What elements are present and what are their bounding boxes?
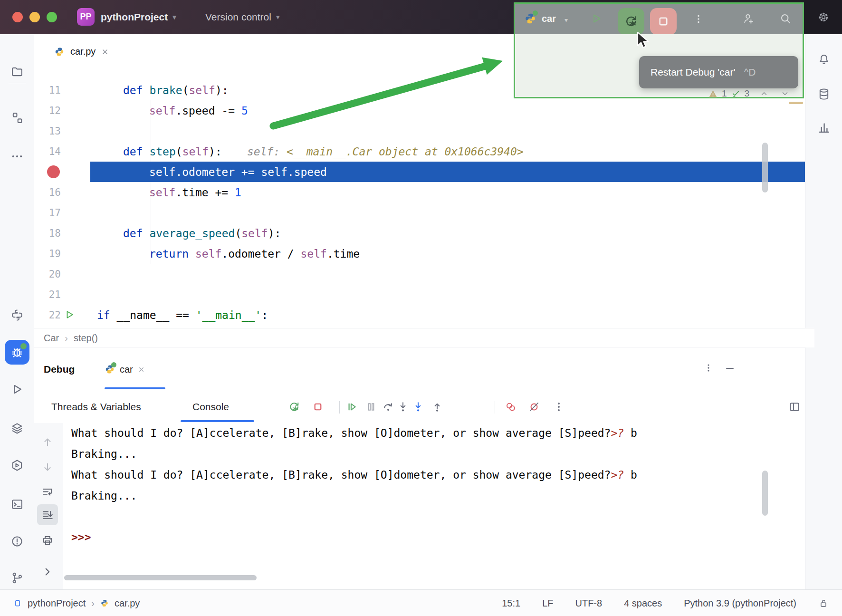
arrow-up-icon[interactable] (33, 432, 62, 452)
services-tool-icon[interactable] (0, 416, 34, 441)
close-icon[interactable] (138, 366, 145, 373)
statusbar-item[interactable]: 4 spaces (624, 598, 662, 609)
chevron-right-icon[interactable] (33, 561, 62, 582)
toolbar-separator (495, 401, 495, 414)
soft-wrap-icon[interactable] (33, 481, 62, 502)
run-line-icon[interactable] (64, 309, 75, 320)
chevron-down-icon[interactable]: ▾ (565, 16, 568, 24)
code-line-16[interactable]: 16self.time += 1 (34, 182, 805, 202)
code-line-15[interactable]: self.odometer += self.speed (34, 162, 805, 182)
statusbar-item[interactable]: UTF-8 (575, 598, 602, 609)
problems-tool-icon[interactable] (0, 529, 34, 554)
check-icon (731, 89, 741, 99)
layout-button[interactable] (782, 395, 807, 419)
statusbar-breadcrumb[interactable]: pythonProject › car.py (13, 590, 140, 616)
console-prompt[interactable]: >>> (71, 527, 91, 548)
search-icon[interactable] (779, 12, 792, 25)
kebab-menu-icon[interactable] (703, 363, 714, 373)
stop-button[interactable] (306, 395, 330, 419)
code-text: def average_speed(self): (123, 227, 281, 240)
run-tool-icon[interactable] (0, 377, 34, 402)
print-icon[interactable] (33, 530, 62, 551)
code-line-18[interactable]: 18def average_speed(self): (34, 223, 805, 243)
tab-console[interactable]: Console (192, 391, 229, 423)
notifications-icon[interactable] (805, 47, 842, 72)
breakpoint-icon[interactable] (47, 165, 60, 178)
console-side-toolbar (34, 423, 63, 589)
debug-tool-icon-active[interactable] (0, 340, 34, 365)
minimize-panel-icon[interactable] (724, 363, 736, 374)
project-tool-icon[interactable] (0, 59, 34, 84)
stop-button[interactable] (650, 8, 677, 35)
statusbar-item[interactable]: 15:1 (502, 598, 520, 609)
line-number: 14 (34, 146, 61, 157)
lock-icon[interactable] (818, 598, 829, 608)
editor-vertical-scrollbar[interactable] (762, 143, 768, 192)
project-badge[interactable]: PP (77, 8, 95, 26)
arrow-down-icon[interactable] (33, 457, 62, 478)
code-line-21[interactable]: 21 (34, 284, 805, 305)
profiler-tool-icon[interactable] (805, 115, 842, 140)
chevron-down-icon[interactable] (781, 89, 789, 98)
toolwindow-toggle-icon[interactable] (13, 599, 22, 607)
gear-icon[interactable] (817, 11, 830, 23)
statusbar-item[interactable]: LF (542, 598, 553, 609)
zoom-window-button[interactable] (47, 12, 57, 22)
database-tool-icon[interactable] (805, 82, 842, 106)
code-line-14[interactable]: 14def step(self):self: <__main__.Car obj… (34, 141, 805, 162)
code-line-12[interactable]: 12self.speed -= 5 (34, 100, 805, 121)
breadcrumb-method[interactable]: step() (74, 333, 98, 344)
code-editor[interactable]: 11def brake(self):12self.speed -= 51314d… (34, 69, 805, 328)
close-icon[interactable] (101, 48, 109, 56)
terminal-tool-icon[interactable] (0, 492, 34, 517)
console-horizontal-scrollbar[interactable] (64, 575, 257, 580)
debug-session-tab[interactable]: car (105, 347, 145, 391)
restart-debug-button[interactable] (282, 395, 306, 419)
code-line-20[interactable]: 20 (34, 264, 805, 284)
line-number: 11 (34, 85, 61, 96)
statusbar-file[interactable]: car.py (115, 598, 140, 609)
python-console-icon[interactable] (0, 453, 34, 478)
scroll-to-end-icon[interactable] (37, 504, 58, 525)
add-user-icon[interactable] (742, 12, 755, 25)
settings-corner[interactable] (805, 0, 842, 34)
tab-threads-variables[interactable]: Threads & Variables (51, 391, 141, 423)
scrollbar-warning-mark (789, 102, 803, 104)
code-line-22[interactable]: 22if __name__ == '__main__': (34, 305, 805, 325)
console-output-line: Braking... (71, 485, 137, 506)
debug-toolwindow-header: Debug car (34, 347, 805, 392)
project-menu[interactable]: pythonProject▾ (101, 0, 176, 34)
structure-tool-icon[interactable] (0, 106, 34, 130)
code-line-17[interactable]: 17 (34, 202, 805, 223)
restart-debug-button[interactable] (618, 8, 644, 35)
chevron-up-icon[interactable] (760, 89, 768, 98)
python-packages-icon[interactable] (0, 303, 34, 327)
debug-title: Debug (44, 347, 75, 391)
step-out-button[interactable] (425, 395, 450, 419)
statusbar-project[interactable]: pythonProject (28, 598, 86, 609)
console-vertical-scrollbar[interactable] (762, 471, 768, 516)
close-window-button[interactable] (12, 12, 23, 22)
inspections-widget[interactable]: 1 3 (708, 87, 789, 100)
tab-label: car.py (70, 46, 96, 57)
code-line-13[interactable]: 13 (34, 121, 805, 141)
run-button[interactable] (590, 12, 603, 25)
tab-car-py[interactable]: car.py (49, 34, 114, 69)
kebab-button[interactable] (546, 395, 571, 419)
minimize-window-button[interactable] (29, 12, 40, 22)
kebab-menu-icon[interactable] (693, 13, 704, 25)
breadcrumb-separator: › (65, 333, 68, 344)
view-breakpoints-button[interactable] (498, 395, 523, 419)
debug-console[interactable]: What should I do? [A]ccelerate, [B]rake,… (34, 423, 805, 589)
statusbar-item[interactable]: Python 3.9 (pythonProject) (684, 598, 796, 609)
run-config-label[interactable]: car (542, 13, 556, 24)
code-line-19[interactable]: 19return self.odometer / self.time (34, 243, 805, 264)
git-tool-icon[interactable] (0, 566, 34, 590)
tooltip-label: Restart Debug 'car' (651, 67, 735, 78)
breadcrumb-class[interactable]: Car (44, 333, 59, 344)
more-tools-icon[interactable] (0, 144, 34, 169)
mute-breakpoints-button[interactable] (522, 395, 546, 419)
bug-icon (5, 340, 29, 365)
code-text: if __name__ == '__main__': (97, 309, 268, 321)
vcs-menu[interactable]: Version control▾ (205, 0, 279, 34)
